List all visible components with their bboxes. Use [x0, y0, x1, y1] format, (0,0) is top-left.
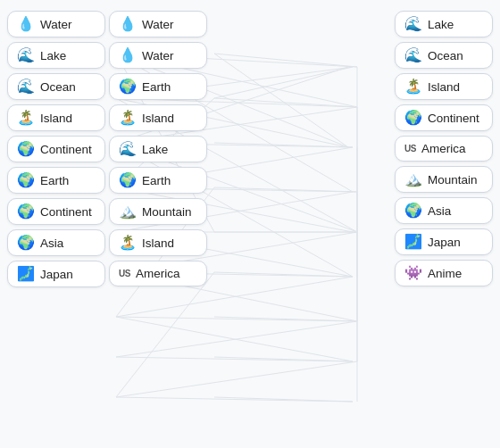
tag-label: Lake	[428, 18, 454, 31]
tag-label: Ocean	[40, 80, 76, 94]
earth-icon: 🌍	[119, 173, 137, 187]
ocean-icon: 🌊	[17, 79, 35, 94]
tag-left1-8[interactable]: 🗾Japan	[7, 261, 105, 287]
tag-label: Continent	[40, 143, 92, 156]
tag-label: Earth	[142, 80, 171, 94]
tag-label: Lake	[142, 143, 168, 156]
lake-icon: 🌊	[17, 48, 35, 62]
earth-icon: 🌍	[119, 79, 137, 94]
water-icon: 💧	[119, 17, 137, 31]
tag-left2-5[interactable]: 🌍Earth	[109, 167, 207, 194]
left-column-1: 💧Water🌊Lake🌊Ocean🏝️Island🌍Continent🌍Eart…	[7, 11, 105, 437]
tag-right-1[interactable]: 🌊Ocean	[395, 42, 493, 69]
tag-left2-2[interactable]: 🌍Earth	[109, 73, 207, 100]
left-columns: 💧Water🌊Lake🌊Ocean🏝️Island🌍Continent🌍Eart…	[7, 11, 207, 437]
tag-left2-7[interactable]: 🏝️Island	[109, 229, 207, 256]
earth-icon: 🌍	[17, 173, 35, 187]
tag-right-3[interactable]: 🌍Continent	[395, 104, 493, 131]
tag-right-8[interactable]: 👾Anime	[395, 260, 493, 286]
island-icon: 🏝️	[17, 111, 35, 125]
island-icon: 🏝️	[119, 111, 137, 125]
island-icon: 🏝️	[119, 236, 137, 250]
tag-label: Island	[142, 236, 174, 250]
tag-label: Ocean	[428, 49, 463, 62]
mountain-icon: 🏔️	[119, 204, 137, 219]
mountain-icon: 🏔️	[404, 172, 422, 187]
asia-icon: 🌍	[17, 236, 35, 250]
tag-right-6[interactable]: 🌍Asia	[395, 197, 493, 224]
tag-left2-1[interactable]: 💧Water	[109, 42, 207, 69]
tag-left1-4[interactable]: 🌍Continent	[7, 136, 105, 162]
anime-icon: 👾	[404, 266, 422, 280]
water-icon: 💧	[119, 48, 137, 62]
tag-left2-4[interactable]: 🌊Lake	[109, 136, 207, 162]
tag-right-7[interactable]: 🗾Japan	[395, 228, 493, 255]
tag-label: Mountain	[142, 205, 192, 219]
tag-left2-6[interactable]: 🏔️Mountain	[109, 198, 207, 225]
tag-label: Asia	[428, 204, 451, 218]
continent-icon: 🌍	[17, 142, 35, 156]
tag-label: Water	[142, 49, 174, 62]
tag-label: Island	[40, 112, 72, 125]
tag-left1-5[interactable]: 🌍Earth	[7, 167, 105, 194]
america-icon: US	[404, 145, 416, 153]
tag-left2-0[interactable]: 💧Water	[109, 11, 207, 37]
tag-left1-0[interactable]: 💧Water	[7, 11, 105, 37]
tag-label: Earth	[40, 174, 69, 187]
tag-label: Japan	[40, 268, 73, 281]
tag-label: Water	[142, 18, 174, 31]
right-column: 🌊Lake🌊Ocean🏝️Island🌍ContinentUSAmerica🏔️…	[395, 11, 493, 437]
tag-label: Continent	[428, 112, 479, 125]
tag-right-5[interactable]: 🏔️Mountain	[395, 166, 493, 193]
japan-icon: 🗾	[17, 267, 35, 281]
tag-left1-6[interactable]: 🌍Continent	[7, 198, 105, 225]
tag-left1-1[interactable]: 🌊Lake	[7, 42, 105, 69]
left-column-2: 💧Water💧Water🌍Earth🏝️Island🌊Lake🌍Earth🏔️M…	[109, 11, 207, 437]
tag-label: Island	[428, 80, 460, 94]
tag-label: America	[421, 142, 466, 155]
tag-label: Mountain	[428, 173, 478, 187]
tag-left2-8[interactable]: USAmerica	[109, 261, 207, 286]
lake-icon: 🌊	[404, 17, 422, 31]
asia-icon: 🌍	[404, 203, 422, 218]
island-icon: 🏝️	[404, 79, 422, 94]
japan-icon: 🗾	[404, 235, 422, 249]
tag-right-4[interactable]: USAmerica	[395, 136, 493, 162]
tag-label: Island	[142, 112, 174, 125]
tag-label: Lake	[40, 49, 66, 62]
continent-icon: 🌍	[404, 111, 422, 125]
tag-label: Earth	[142, 174, 171, 187]
tag-label: Asia	[40, 236, 63, 250]
lake-icon: 🌊	[119, 142, 137, 156]
tag-label: Anime	[428, 267, 462, 280]
tag-label: America	[136, 267, 180, 280]
main-layout: 💧Water🌊Lake🌊Ocean🏝️Island🌍Continent🌍Eart…	[0, 0, 500, 448]
tag-left2-3[interactable]: 🏝️Island	[109, 104, 207, 131]
tag-left1-3[interactable]: 🏝️Island	[7, 104, 105, 131]
tag-right-0[interactable]: 🌊Lake	[395, 11, 493, 37]
tag-label: Water	[40, 18, 72, 31]
tag-left1-7[interactable]: 🌍Asia	[7, 229, 105, 256]
continent-icon: 🌍	[17, 204, 35, 219]
tag-label: Japan	[428, 236, 461, 249]
tag-left1-2[interactable]: 🌊Ocean	[7, 73, 105, 100]
tag-right-2[interactable]: 🏝️Island	[395, 73, 493, 100]
tag-label: Continent	[40, 205, 92, 219]
water-icon: 💧	[17, 17, 35, 31]
ocean-icon: 🌊	[404, 48, 422, 62]
america-icon: US	[119, 270, 130, 278]
